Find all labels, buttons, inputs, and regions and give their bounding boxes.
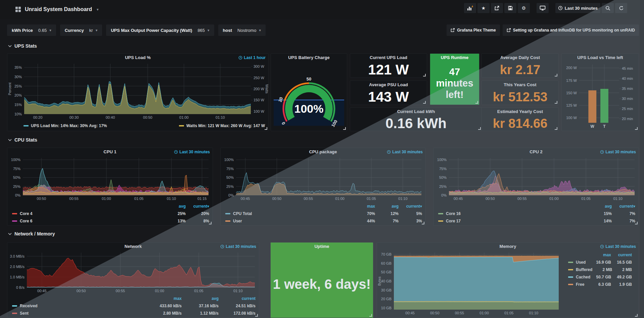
svg-text:2.0 MB/s: 2.0 MB/s: [10, 265, 25, 269]
panel-title[interactable]: UPS Load vs Time left: [562, 54, 639, 62]
legend-header: maxavgcurrent▾: [225, 203, 422, 210]
clock-icon: [558, 6, 563, 10]
section-ups-stats[interactable]: UPS Stats: [8, 43, 37, 49]
series-swatch: [568, 284, 573, 285]
star-icon: ★: [481, 5, 486, 11]
panel-title[interactable]: Current UPS Load: [350, 54, 427, 62]
variable-kwh-price[interactable]: kWh Price 0.65▾: [7, 24, 56, 36]
cpu-package-chart[interactable]: 100%75%50%25%0%00:4500:5000:5501:0001:05…: [221, 156, 425, 202]
scrollbar[interactable]: [640, 0, 644, 318]
variable-ups-max-output[interactable]: UPS Max Output Power Capacity (Watt) 865…: [106, 24, 214, 36]
legend-sort-max[interactable]: max: [590, 253, 611, 257]
legend-sort-max[interactable]: max: [145, 296, 182, 301]
legend-value: 2 MB: [592, 267, 612, 272]
ups-vs-time-chart[interactable]: 200 W175 W150 W125 W100 W45 min40 min35 …: [562, 62, 639, 129]
legend-series-sent[interactable]: Sent: [12, 311, 145, 316]
panel-current-ups-load: Current UPS Load 121 W: [350, 53, 427, 78]
settings-button[interactable]: ⚙: [518, 3, 530, 13]
legend-sort-avg[interactable]: avg: [162, 204, 186, 209]
legend-sort-avg[interactable]: avg: [375, 204, 399, 209]
svg-text:250 W: 250 W: [254, 76, 264, 80]
cpu1-chart[interactable]: 100%75%50%25%0%00:5000:5501:0001:0501:10…: [7, 156, 213, 202]
network-chart[interactable]: 3.0 MB/s2.0 MB/s1.0 MB/s0 B/s00:4500:500…: [7, 251, 259, 294]
cycle-view-button[interactable]: [537, 3, 549, 13]
variable-host[interactable]: host Nostromo▾: [218, 24, 266, 36]
memory-chart[interactable]: 70 GB60 GB50 GB40 GB30 GB20 GB10 GB00:45…: [377, 251, 562, 316]
legend-sort-avg[interactable]: avg: [588, 204, 612, 209]
variable-currency[interactable]: Currency kr▾: [60, 24, 102, 36]
share-button[interactable]: [491, 3, 503, 13]
legend-sort-max[interactable]: max: [352, 204, 375, 209]
save-icon: [508, 6, 513, 10]
legend-series-used[interactable]: Used: [568, 260, 590, 265]
svg-text:20 min: 20 min: [622, 117, 633, 121]
search-button[interactable]: [602, 3, 614, 13]
panel-title[interactable]: Estimated Yearly Cost: [482, 108, 558, 116]
legend-value: 433.60 kB/s: [145, 304, 182, 308]
panel-title[interactable]: Memory: [377, 243, 639, 251]
legend-series-watts[interactable]: Watts Min: 121 W Max: 260 W Avg: 147 W: [179, 123, 265, 128]
legend-series-core-6[interactable]: Core 6: [12, 219, 162, 223]
refresh-button[interactable]: [615, 3, 627, 13]
panel-title[interactable]: UPS Load %: [7, 54, 268, 62]
link-ups-monitoring-guide[interactable]: Setting up Grafana and InfluxDB for UPS …: [503, 24, 639, 36]
legend-sort-current[interactable]: current: [219, 296, 256, 301]
legend-value: 5%: [399, 211, 422, 216]
legend-sort-current[interactable]: current▾: [399, 204, 422, 209]
legend-series-cached[interactable]: Cached: [568, 275, 590, 279]
stat-value: 47 minutes left!: [430, 62, 479, 105]
series-swatch: [438, 213, 443, 214]
panel-title[interactable]: UPS Runtime: [430, 54, 479, 62]
legend-value: 6.3 GB: [590, 282, 611, 287]
section-network-memory[interactable]: Network / Memory: [8, 231, 55, 236]
legend-header: avgcurrent▾: [438, 203, 635, 210]
svg-text:00:55: 00:55: [455, 311, 464, 315]
dashboard-picker[interactable]: Unraid System Dashboard ▾: [15, 6, 99, 12]
time-range-picker[interactable]: Last 30 minutes: [555, 3, 600, 13]
add-panel-button[interactable]: +: [464, 3, 476, 13]
svg-text:30%: 30%: [14, 75, 22, 79]
legend-series-cpu-total[interactable]: CPU Total: [225, 211, 352, 216]
chevron-down-icon: [8, 139, 12, 141]
svg-text:35 min: 35 min: [622, 87, 633, 91]
legend-series-free[interactable]: Free: [568, 282, 590, 287]
svg-text:0%: 0%: [228, 193, 234, 197]
legend-sort-current[interactable]: current▾: [186, 204, 209, 209]
ups-load-chart[interactable]: 35%30%25%20%15%10%300 W250 W200 W150 W10…: [7, 62, 268, 121]
chevron-down-icon: [8, 45, 12, 47]
chevron-down-icon: ▾: [97, 7, 99, 12]
svg-text:200 W: 200 W: [566, 66, 577, 70]
variable-value: Nostromo: [237, 28, 256, 33]
legend-sort-current[interactable]: current: [611, 253, 632, 257]
star-button[interactable]: ★: [477, 3, 490, 13]
clock-icon: [174, 150, 178, 154]
legend-series-core-17[interactable]: Core 17: [438, 219, 588, 223]
panel-title[interactable]: Current Load kWh: [350, 108, 482, 116]
legend-series-buffered[interactable]: Buffered: [568, 267, 592, 272]
panel-title[interactable]: Average Daily Cost: [482, 54, 558, 62]
svg-text:01:15: 01:15: [197, 197, 207, 201]
panel-title[interactable]: Average PSU Load: [350, 81, 427, 89]
save-button[interactable]: [504, 3, 516, 13]
legend-series-core-16[interactable]: Core 16: [438, 211, 588, 216]
link-grafana-plex-theme[interactable]: Grafana Plex Theme: [447, 24, 500, 36]
legend-series-ups-load[interactable]: UPS Load Min: 14% Max: 30% Avg: 17%: [24, 123, 107, 128]
legend-sort-current[interactable]: current▾: [612, 204, 635, 209]
panel-ups-load-vs-time-left: UPS Load vs Time left 200 W175 W150 W125…: [561, 53, 639, 131]
svg-text:01:00: 01:00: [102, 197, 111, 201]
legend-sort-avg[interactable]: avg: [182, 296, 219, 301]
cpu2-chart[interactable]: 100%75%50%25%0%00:4500:5000:5501:0001:05…: [433, 156, 639, 202]
variables-row: kWh Price 0.65▾ Currency kr▾ UPS Max Out…: [7, 24, 266, 36]
legend-series-user[interactable]: User: [225, 219, 352, 223]
section-cpu-stats[interactable]: CPU Stats: [8, 137, 37, 143]
legend-value: 2.80 MB/s: [145, 311, 182, 316]
svg-text:1.0 MB/s: 1.0 MB/s: [10, 275, 25, 279]
panel-cpu-package: CPU package Last 30 minutes 100%75%50%25…: [220, 148, 426, 226]
panel-cpu1: CPU 1 Last 30 minutes 100%75%50%25%0%00:…: [7, 148, 213, 226]
panel-title[interactable]: Uptime: [271, 243, 373, 251]
variable-label: kWh Price: [12, 28, 33, 33]
legend-series-received[interactable]: Received: [12, 304, 145, 308]
panel-title[interactable]: This Years Cost: [482, 81, 558, 89]
legend-series-core-4[interactable]: Core 4: [12, 211, 162, 216]
svg-text:100%: 100%: [224, 158, 234, 162]
